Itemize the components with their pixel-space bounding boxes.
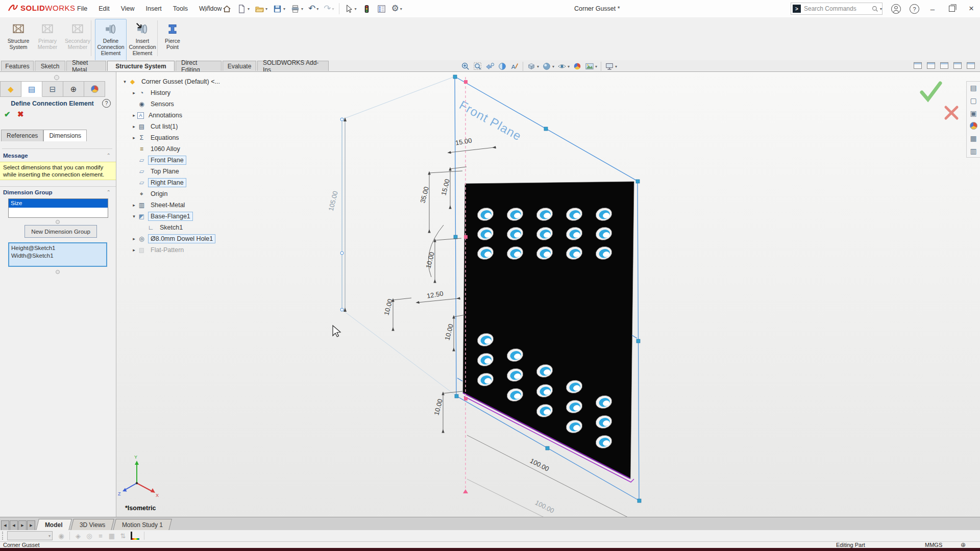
- tab-solidworks-add-ins[interactable]: SOLIDWORKS Add-Ins: [257, 61, 329, 71]
- grid-icon[interactable]: ▦: [106, 532, 117, 540]
- tree-item-annotations[interactable]: ▸AAnnotations: [121, 110, 275, 121]
- tree-item-front-plane[interactable]: ▱Front Plane: [121, 155, 275, 166]
- style-combo[interactable]: ▾: [7, 531, 53, 540]
- expand-arrow-icon[interactable]: ▸: [131, 247, 137, 253]
- dimension-list-item[interactable]: Width@Sketch1: [11, 252, 104, 260]
- pierce-point-button[interactable]: Pierce Point: [160, 19, 185, 61]
- selected-dimensions-list[interactable]: Height@Sketch1Width@Sketch1: [8, 242, 107, 267]
- dimension-label[interactable]: 12.50: [426, 289, 444, 299]
- edit-appearance-icon[interactable]: [571, 61, 583, 71]
- help-icon[interactable]: ?: [910, 4, 919, 14]
- tab-nav-prev-icon[interactable]: ◀: [10, 520, 18, 531]
- tree-item-top-plane[interactable]: ▱Top Plane: [121, 166, 275, 177]
- search-icon[interactable]: [871, 5, 879, 13]
- tree-item-sketch1[interactable]: ∟Sketch1: [121, 222, 275, 233]
- dimension-list-item[interactable]: Height@Sketch1: [11, 244, 104, 252]
- open-icon[interactable]: ▾: [253, 3, 269, 15]
- select-cursor-icon[interactable]: ▾: [342, 3, 358, 15]
- tree-item-origin[interactable]: ⌖Origin: [121, 188, 275, 199]
- search-box[interactable]: > ▾: [791, 3, 883, 15]
- dimension-label[interactable]: 35.00: [419, 186, 430, 204]
- dock-window-icon[interactable]: [940, 62, 948, 69]
- resize-grip[interactable]: [56, 270, 60, 274]
- tree-item-sensors[interactable]: ◉Sensors: [121, 98, 275, 110]
- configuration-tab[interactable]: ⊟: [42, 81, 63, 97]
- dimension-label[interactable]: 100.00: [529, 457, 550, 472]
- dimension-label[interactable]: 10.00: [424, 251, 435, 269]
- print-icon[interactable]: ▾: [289, 3, 305, 15]
- display-style-icon[interactable]: ▾: [541, 61, 556, 71]
- display-pane-icon[interactable]: [375, 3, 388, 15]
- expand-arrow-icon[interactable]: ▸: [131, 90, 137, 95]
- resize-grip[interactable]: [56, 220, 60, 224]
- dock-window-icon[interactable]: [927, 62, 935, 69]
- cancel-button[interactable]: ✖: [17, 110, 24, 119]
- group-list-item[interactable]: Size: [9, 199, 108, 208]
- expand-arrow-icon[interactable]: ▸: [131, 113, 137, 118]
- line-format-icon[interactable]: ≡: [95, 532, 106, 540]
- sphere-icon[interactable]: ◉: [56, 532, 67, 540]
- front-plane-label[interactable]: Front Plane: [457, 98, 524, 143]
- custom-properties-icon[interactable]: ▦: [970, 134, 976, 142]
- sheet-metal-part[interactable]: [463, 182, 634, 479]
- status-units[interactable]: MMGS: [925, 542, 942, 548]
- sketch-point[interactable]: [340, 308, 344, 311]
- tab-3d-views[interactable]: 3D Views: [70, 519, 114, 531]
- panel-help-icon[interactable]: ?: [102, 99, 111, 108]
- sketch-point[interactable]: [340, 252, 344, 255]
- hide-show-items-icon[interactable]: ▾: [556, 61, 571, 71]
- file-explorer-icon[interactable]: ▢: [970, 96, 976, 105]
- panel-grip[interactable]: [54, 75, 59, 80]
- graphics-viewport[interactable]: Front Plane 15.0015.0035.0010.00105.0: [0, 71, 980, 517]
- tab-nav-last-icon[interactable]: ▶: [27, 520, 35, 531]
- sketch-point[interactable]: [340, 118, 344, 121]
- restore-button[interactable]: [945, 3, 959, 14]
- globe-icon[interactable]: ⊕: [961, 541, 966, 548]
- apply-scene-icon[interactable]: ▾: [583, 61, 599, 71]
- pin-icon[interactable]: [203, 4, 212, 13]
- appearances-icon[interactable]: [970, 122, 977, 130]
- search-input[interactable]: [803, 5, 871, 13]
- forum-icon[interactable]: ▥: [970, 147, 976, 155]
- view-settings-icon[interactable]: ▾: [603, 61, 619, 71]
- tree-item-corner-gusset-default[interactable]: ▾◆Corner Gusset (Default) <...: [121, 76, 275, 87]
- ok-button[interactable]: ✔: [4, 110, 11, 119]
- collapse-chevron-icon[interactable]: ⌃: [107, 153, 111, 158]
- view-orientation-icon[interactable]: ▾: [525, 61, 541, 71]
- menu-file[interactable]: File: [71, 3, 93, 14]
- structure-system-button[interactable]: Structure System: [3, 19, 34, 61]
- tree-item-sheet-metal[interactable]: ▸▥Sheet-Metal: [121, 199, 275, 211]
- reorder-icon[interactable]: ⇅: [117, 532, 129, 540]
- menu-tools[interactable]: Tools: [167, 3, 193, 14]
- tree-item-base-flange1[interactable]: ▾◩Base-Flange1: [121, 211, 275, 222]
- dock-window-icon[interactable]: [967, 62, 975, 69]
- design-library-icon[interactable]: ▤: [970, 84, 976, 92]
- part-tab[interactable]: ◆: [0, 81, 21, 97]
- menu-insert[interactable]: Insert: [140, 3, 167, 14]
- sketch-entity-icon[interactable]: ◎: [84, 532, 95, 540]
- dimension-group-list[interactable]: Size: [8, 198, 108, 218]
- tree-item-right-plane[interactable]: ▱Right Plane: [121, 177, 275, 188]
- tab-features[interactable]: Features: [1, 61, 34, 71]
- search-caret-icon[interactable]: ▾: [880, 7, 882, 11]
- menu-edit[interactable]: Edit: [93, 3, 115, 14]
- tab-nav-next-icon[interactable]: ▶: [18, 520, 27, 531]
- new-dimension-group-button[interactable]: New Dimension Group: [24, 225, 97, 238]
- dimension-label[interactable]: 105.00: [327, 190, 339, 212]
- dock-window-icon[interactable]: [914, 62, 922, 69]
- section-view-icon[interactable]: [496, 61, 508, 71]
- tree-item-1060-alloy[interactable]: ≡1060 Alloy: [121, 143, 275, 155]
- previous-view-icon[interactable]: [484, 61, 496, 71]
- minimize-button[interactable]: –: [926, 3, 939, 14]
- home-icon[interactable]: [220, 3, 233, 15]
- tab-direct-editing[interactable]: Direct Editing: [176, 61, 222, 71]
- zoom-area-icon[interactable]: [472, 61, 484, 71]
- options-gear-icon[interactable]: ⚙▾: [390, 3, 404, 14]
- tree-item-cut-list-1[interactable]: ▸▤Cut list(1): [121, 121, 275, 132]
- undo-icon[interactable]: ↶▾: [307, 3, 320, 14]
- expand-arrow-icon[interactable]: ▸: [131, 135, 137, 140]
- confirm-ok-icon[interactable]: [922, 83, 940, 99]
- tab-sketch[interactable]: Sketch: [35, 61, 65, 71]
- expand-arrow-icon[interactable]: ▾: [131, 214, 137, 219]
- annotation-views-icon[interactable]: [508, 61, 521, 71]
